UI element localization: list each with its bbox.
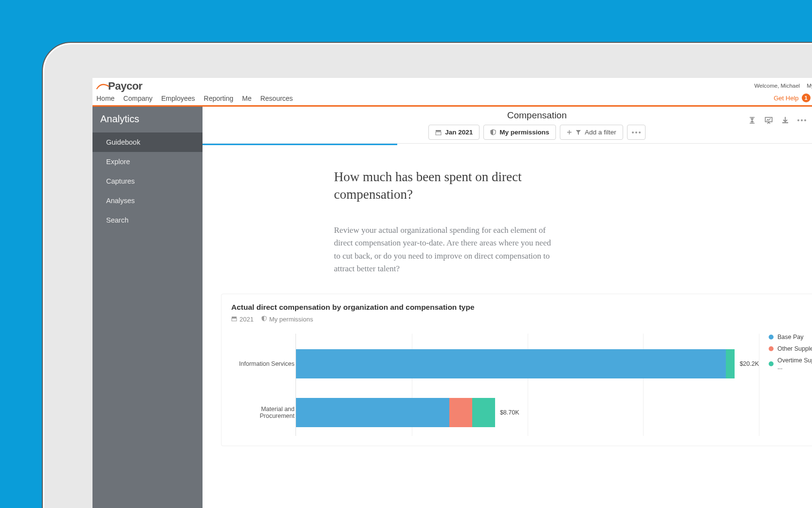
calendar-icon [435,129,442,135]
plot-area: $20.2K $8.70K [295,334,759,436]
bar-segment-overtime [472,398,495,427]
chart-legend: Base Pay Other Supplemental Pay Overtime… [759,334,812,436]
brand-logo[interactable]: Paycor [94,78,295,94]
primary-nav: Home Company Employees Reporting Me Reso… [94,94,295,105]
nav-employees[interactable]: Employees [161,94,195,102]
tablet-frame: Paycor Home Company Employees Reporting … [42,42,812,508]
sidebar: Analytics Guidebook Explore Captures Ana… [92,107,203,508]
add-filter-pill[interactable]: Add a filter [560,125,623,140]
chart-plot: Information Services Material and Procur… [231,334,759,436]
question-heading: How much has been spent on direct compen… [334,168,558,204]
app-viewport: Paycor Home Company Employees Reporting … [92,78,812,508]
bar-row: $8.70K [296,398,759,427]
bar-segment-base-pay [296,398,449,427]
stacked-bar[interactable] [296,398,495,427]
svg-rect-4 [232,317,237,318]
chart-permissions-badge[interactable]: My permissions [261,316,313,323]
svg-rect-2 [765,117,772,122]
brand-name: Paycor [108,80,142,93]
permissions-filter-pill[interactable]: My permissions [483,125,556,140]
y-axis-label: Information Services [226,360,295,367]
legend-dot-icon [769,361,774,366]
chart-meta: 2021 My permissions [231,316,812,323]
svg-rect-1 [436,132,441,135]
filter-row: Jan 2021 My permissions [428,125,646,140]
chart-card: Actual direct compensation by organizati… [221,294,812,446]
legend-item[interactable]: Base Pay [769,334,812,340]
header-actions: Capture [748,112,812,129]
shield-icon [490,129,496,135]
nav-company[interactable]: Company [123,94,152,102]
bar-row: $20.2K [296,349,759,378]
nav-me[interactable]: Me [242,94,251,102]
svg-rect-5 [232,319,237,321]
loading-progress-bar [203,144,397,145]
y-axis-label: Material and Procurement [226,406,295,419]
chart-title: Actual direct compensation by organizati… [231,303,812,312]
chart-body: Information Services Material and Procur… [231,334,812,436]
page-title: Compensation [507,110,567,121]
question-description: Review your actual organizational spendi… [334,224,558,275]
topbar: Paycor Home Company Employees Reporting … [92,78,812,105]
download-icon[interactable] [781,116,790,125]
bar-segment-base-pay [296,349,726,378]
legend-item[interactable]: Other Supplemental Pay [769,345,812,352]
legend-item[interactable]: Overtime Supplemental ... [769,357,812,371]
get-help-link[interactable]: Get Help 1 [774,94,810,102]
nav-resources[interactable]: Resources [260,94,293,102]
sidebar-item-guidebook[interactable]: Guidebook [92,132,203,152]
collapse-icon[interactable] [748,116,757,125]
content-area: How much has been spent on direct compen… [203,144,812,275]
sidebar-item-search[interactable]: Search [92,210,203,230]
presentation-icon[interactable] [764,116,773,125]
ellipsis-icon [632,132,641,133]
bar-total-label: $8.70K [500,409,519,416]
chart-year-badge[interactable]: 2021 [231,316,254,323]
bar-segment-overtime [726,349,735,378]
shield-icon [261,316,267,323]
legend-dot-icon [769,346,774,351]
page-header: Compensation Jan 2021 [203,107,812,144]
stacked-bar[interactable] [296,349,735,378]
main-content: Compensation Jan 2021 [203,107,812,508]
legend-dot-icon [769,335,774,339]
calendar-icon [231,316,237,323]
plus-icon [567,130,572,135]
sidebar-item-explore[interactable]: Explore [92,152,203,171]
more-actions-button[interactable] [797,119,806,121]
svg-rect-0 [436,130,441,132]
bar-total-label: $20.2K [739,360,759,367]
paycor-swoosh-icon [96,83,106,89]
my-settings-link[interactable]: My Settings [807,83,812,89]
top-utility-links: Welcome, Michael My Settings Sign Out [754,83,812,89]
welcome-text: Welcome, Michael [754,83,800,89]
funnel-icon [575,130,581,135]
nav-home[interactable]: Home [96,94,114,102]
sidebar-item-captures[interactable]: Captures [92,171,203,191]
sidebar-item-analyses[interactable]: Analyses [92,191,203,210]
sidebar-title: Analytics [92,107,203,132]
bar-segment-other-supplemental [449,398,472,427]
date-filter-pill[interactable]: Jan 2021 [428,125,480,140]
nav-reporting[interactable]: Reporting [204,94,234,102]
more-filters-button[interactable] [627,125,646,140]
help-badge: 1 [802,94,811,102]
ellipsis-icon [797,119,806,121]
